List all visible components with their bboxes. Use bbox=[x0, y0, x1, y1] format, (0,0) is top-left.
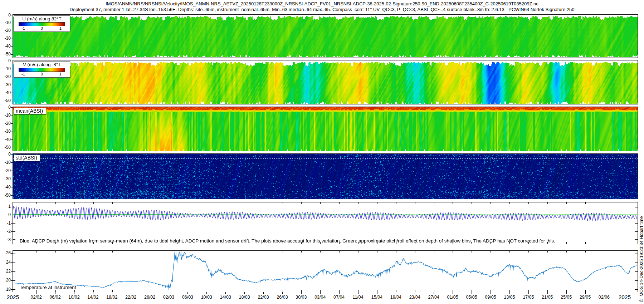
y-axis-tick-label: -10 bbox=[0, 20, 11, 25]
x-axis-tick-mark bbox=[415, 292, 415, 294]
figure-subtitle-deployment-info: Deployment 37, member 1 lat=27.34S lon=1… bbox=[0, 7, 644, 12]
y-axis-tick-label: -40 bbox=[0, 90, 11, 95]
x-axis-date-label: 21/05 bbox=[542, 295, 553, 300]
x-axis-date-label: 22/02 bbox=[125, 295, 136, 300]
y-axis-tick-label: -20 bbox=[0, 28, 11, 33]
v-colorbar-gradient bbox=[19, 68, 65, 72]
x-axis-tick-mark bbox=[358, 292, 358, 294]
y-axis-tick-mark bbox=[11, 240, 13, 240]
x-axis-date-label: 03/04 bbox=[314, 295, 326, 300]
panel-std-absi: std(ABSI) bbox=[13, 153, 638, 199]
x-axis-tick-mark bbox=[36, 292, 36, 294]
y-axis-tick-label: -20 bbox=[0, 74, 11, 79]
y-axis-tick-mark bbox=[11, 23, 13, 23]
x-axis-date-label: 26/03 bbox=[277, 295, 288, 300]
x-axis-date-label: 13/05 bbox=[504, 295, 515, 300]
figure-root: IMOS/ANMN/NRS/NRSNSI/Velocity/IMOS_ANMN-… bbox=[0, 0, 644, 304]
x-axis-date-label: 18/03 bbox=[239, 295, 250, 300]
u-legend-title: U (m/s) along 82°T bbox=[14, 16, 70, 22]
y-axis-tick-mark bbox=[11, 162, 13, 163]
x-axis-date-label: 14/02 bbox=[87, 295, 98, 300]
y-axis-tick-label: -50 bbox=[0, 52, 11, 57]
y-axis-tick-label: -40 bbox=[0, 137, 11, 142]
x-axis-tick-mark bbox=[112, 292, 112, 294]
x-axis-year-right: 2025 bbox=[616, 294, 633, 300]
x-axis-date-label: 05/05 bbox=[466, 295, 477, 300]
panel-temperature bbox=[13, 250, 638, 292]
x-axis-tick-mark bbox=[339, 292, 340, 294]
y-axis-tick-label: -30 bbox=[0, 177, 11, 181]
x-axis-date-label: 25/05 bbox=[561, 295, 572, 300]
copyright-watermark: © IMOS 14-Dec-2025 19:23:34 Hobart time bbox=[639, 216, 644, 302]
y-axis-tick-mark bbox=[11, 271, 13, 272]
x-axis-tick-mark bbox=[585, 292, 586, 294]
y-axis-tick-mark bbox=[11, 31, 13, 31]
y-axis-tick-mark bbox=[11, 154, 13, 155]
x-axis-tick-mark bbox=[396, 292, 396, 294]
y-axis-tick-label: -2 bbox=[0, 229, 11, 234]
y-axis-tick-mark bbox=[11, 85, 13, 85]
x-axis-date-label: 27/04 bbox=[428, 295, 439, 300]
y-axis-tick-label: -20 bbox=[0, 168, 11, 173]
y-axis-tick-label: -10 bbox=[0, 160, 11, 165]
y-axis-tick-label: -3 bbox=[0, 237, 11, 242]
panel-u-velocity: U (m/s) along 82°T -1 0 1 bbox=[13, 14, 638, 58]
y-axis-tick-label: 26 bbox=[0, 251, 11, 255]
y-axis-tick-mark bbox=[11, 179, 13, 179]
x-axis-date-label: 17/05 bbox=[523, 295, 534, 300]
v-velocity-heatmap bbox=[13, 60, 638, 104]
adcp-depth-variation-plot bbox=[13, 202, 638, 244]
x-axis-date-label: 26/02 bbox=[144, 295, 155, 300]
y-axis-tick-mark bbox=[11, 187, 13, 187]
y-axis-tick-mark bbox=[11, 39, 13, 39]
mean-absi-heatmap bbox=[13, 107, 638, 151]
x-axis-date-label: 06/02 bbox=[49, 295, 60, 300]
x-axis-date-label: 10/02 bbox=[68, 295, 79, 300]
x-axis-tick-mark bbox=[377, 292, 377, 294]
y-axis-tick-label: -40 bbox=[0, 185, 11, 190]
std-absi-heatmap bbox=[13, 154, 638, 199]
x-axis-tick-mark bbox=[547, 292, 548, 294]
y-axis-tick-label: -40 bbox=[0, 44, 11, 49]
y-axis-tick-mark bbox=[11, 101, 13, 101]
y-axis-tick-mark bbox=[11, 132, 13, 132]
x-axis-tick-mark bbox=[453, 292, 453, 294]
y-axis-tick-label: -30 bbox=[0, 129, 11, 134]
x-axis-tick-mark bbox=[131, 292, 131, 294]
y-axis-tick-mark bbox=[11, 69, 13, 69]
x-axis-tick-mark bbox=[509, 292, 510, 294]
panel-mean-absi: mean(ABSI) bbox=[13, 107, 638, 151]
u-colorbar-legend: U (m/s) along 82°T -1 0 1 bbox=[14, 15, 70, 32]
y-axis-tick-mark bbox=[11, 280, 13, 281]
y-axis-tick-label: 0 bbox=[0, 152, 11, 157]
y-axis-tick-label: 1 bbox=[0, 204, 11, 209]
temperature-label: Temperature at instrument bbox=[20, 285, 76, 290]
y-axis-tick-mark bbox=[11, 195, 13, 196]
v-colorbar-ticks: -1 0 1 bbox=[19, 72, 65, 77]
x-axis-date-label: 19/04 bbox=[390, 295, 401, 300]
u-colorbar-ticks: -1 0 1 bbox=[19, 26, 65, 31]
y-axis-tick-label: 18 bbox=[0, 287, 11, 292]
colorbar-tick-pos1: 1 bbox=[59, 26, 62, 30]
y-axis-tick-label: -30 bbox=[0, 83, 11, 87]
x-axis-date-label: 18/02 bbox=[106, 295, 117, 300]
x-axis-date-label: 30/03 bbox=[296, 295, 307, 300]
figure-title-filename: IMOS/ANMN/NRS/NRSNSI/Velocity/IMOS_ANMN-… bbox=[0, 1, 644, 6]
x-axis-date-label: 02/03 bbox=[163, 295, 174, 300]
x-axis-date-label: 02/06 bbox=[599, 295, 610, 300]
mean-absi-label: mean(ABSI) bbox=[14, 108, 46, 114]
x-axis-date-label: 22/03 bbox=[258, 295, 269, 300]
y-axis-tick-label: -10 bbox=[0, 113, 11, 118]
y-axis-tick-label: -1 bbox=[0, 221, 11, 226]
x-axis-tick-mark bbox=[93, 292, 93, 294]
y-axis-tick-mark bbox=[11, 231, 13, 232]
y-axis-tick-mark bbox=[11, 15, 13, 15]
y-axis-tick-mark bbox=[11, 148, 13, 148]
colorbar-tick-pos1: 1 bbox=[59, 72, 62, 76]
u-colorbar-gradient bbox=[19, 22, 65, 26]
y-axis-tick-mark bbox=[11, 289, 13, 290]
x-axis-tick-mark bbox=[55, 292, 55, 294]
x-axis-tick-mark bbox=[604, 292, 604, 294]
y-axis-tick-label: -50 bbox=[0, 98, 11, 103]
x-axis-date-label: 14/03 bbox=[220, 295, 231, 300]
